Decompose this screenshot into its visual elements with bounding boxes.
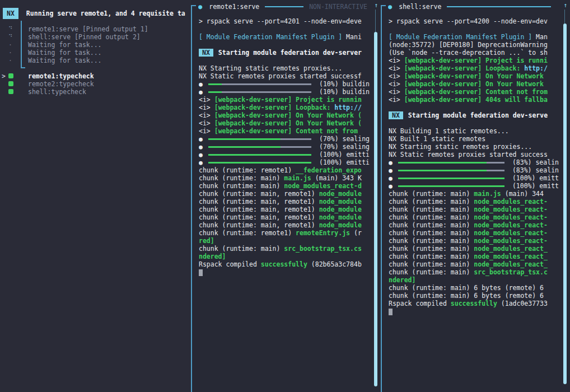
text-segment: <i> <box>199 127 214 135</box>
terminal-line: chunk (runtime: main) node_modules_react… <box>389 198 559 206</box>
text-segment: chunk (runtime: main, remote1) <box>199 213 319 221</box>
text-segment: NX Static remotes proxies started succes… <box>389 151 548 158</box>
terminal-line: chunk (runtime: main) main.js (main) 344 <box>389 190 559 198</box>
scrollbar-track[interactable] <box>375 10 376 33</box>
text-segment: src_bootstrap_tsx.cs <box>284 245 361 253</box>
text-segment: successfully <box>451 300 497 307</box>
running-status-dot: ● <box>198 3 202 11</box>
progress-bullet-icon: ● <box>199 135 203 143</box>
progress-line: ● (83%) sealin <box>389 166 559 174</box>
progress-label: (83%) sealin <box>508 158 559 166</box>
progress-track <box>398 178 504 179</box>
nx-badge: NX <box>199 49 213 57</box>
running-status-dot: ● <box>388 3 392 11</box>
scrollbar-thumb[interactable] <box>563 24 567 384</box>
task-row[interactable]: ·Waiting for task... <box>0 57 191 64</box>
terminal-line <box>389 25 559 33</box>
text-segment: chunk (runtime: main) <box>389 268 474 276</box>
text-segment: chunk (runtime: main) <box>389 198 474 206</box>
text-segment: [webpack-dev-server] On Your Network <box>404 72 544 80</box>
terminal-line: (node:35772) [DEP0180] DeprecationWarnin… <box>389 41 559 49</box>
text-segment: __federation_expo <box>296 166 362 174</box>
terminal-line: red] <box>199 237 370 245</box>
task-row[interactable]: >remote1:typecheck <box>0 72 191 80</box>
text-segment: <i> <box>199 119 214 127</box>
text-segment: [ Module Federation Manifest Plugin ] <box>389 33 532 41</box>
pane-corner <box>191 5 196 6</box>
terminal-line: chunk (runtime: main, remote1) node_modu… <box>199 198 370 206</box>
running-task-group: ⠙remote1:serve [Pinned output 1]⠙shell:s… <box>0 25 191 64</box>
pane-title: shell:serve <box>399 3 441 11</box>
text-segment: [ Module Federation Manifest Plugin ] <box>199 33 342 41</box>
terminal-line: chunk (runtime: main) src_bootstrap_tsx.… <box>199 245 370 253</box>
terminal-line: Rspack compiled successfully (82b65a3c78… <box>199 260 370 268</box>
completed-task-group: >remote1:typecheckremote2:typecheckshell… <box>0 72 191 96</box>
progress-line: ● (70%) sealing <box>199 143 370 151</box>
terminal-line <box>389 119 559 127</box>
text-segment: <i> <box>389 57 404 64</box>
text-segment: node_module <box>319 213 362 221</box>
text-segment: chunk (runtime: main) <box>199 174 284 182</box>
task-label: remote2:typecheck <box>28 80 94 88</box>
progress-label: (100%) emitt <box>508 182 559 190</box>
terminal-line: chunk (runtime: main, remote1) node_modu… <box>199 190 370 198</box>
progress-bullet-icon: ● <box>199 158 203 166</box>
terminal-line <box>199 268 370 276</box>
progress-track <box>208 138 311 140</box>
scroll-up-icon[interactable]: ↑ <box>563 2 567 10</box>
terminal-line: ndered] <box>389 276 559 284</box>
progress-line: ● (100%) emitti <box>199 151 370 158</box>
terminal-cursor <box>389 309 393 315</box>
text-segment: chunk (runtime: main) <box>389 213 474 221</box>
text-segment: Rspack compiled <box>199 260 261 268</box>
task-row[interactable]: remote2:typecheck <box>0 80 191 88</box>
text-segment: NX Building 1 static remotes... <box>389 127 509 135</box>
text-segment: ndered] <box>389 276 415 284</box>
waiting-dot-icon: · <box>8 49 12 57</box>
progress-label: (10%) buildin <box>315 88 370 96</box>
text-segment: NX Built 1 static remotes <box>389 135 485 143</box>
terminal-output: > rspack serve --port=4200 --node-env=de… <box>389 17 559 391</box>
pane-header[interactable]: ● shell:serve <box>388 2 557 11</box>
text-segment: [webpack-dev-server] Content not from <box>404 88 548 96</box>
text-segment: chunk (runtime: main, remote1) <box>199 221 319 229</box>
task-row[interactable]: ⠙shell:serve [Pinned output 2] <box>0 33 191 41</box>
text-segment: node_modules_react_ <box>474 260 548 268</box>
terminal-line: chunk (runtime: main) node_modules_react… <box>389 221 559 229</box>
text-segment: main.js <box>474 190 501 198</box>
waiting-dot-icon: · <box>8 57 12 64</box>
text-segment: node_modules_react- <box>474 198 548 206</box>
text-segment: node_module <box>319 198 362 206</box>
text-segment: chunk (runtime: main) <box>389 229 474 237</box>
terminal-line: (Use `node --trace-deprecation ...` to s… <box>389 49 559 57</box>
terminal-output: > rspack serve --port=4201 --node-env=de… <box>199 17 370 391</box>
waiting-dot-icon: · <box>8 41 12 49</box>
text-segment: chunk (runtime: main) <box>389 253 474 260</box>
task-row[interactable]: shell:typecheck <box>0 88 191 96</box>
pane-header[interactable]: ● remote1:serve NON-INTERACTIVE <box>198 2 367 11</box>
terminal-line: chunk (runtime: main) node_modules_react… <box>389 237 559 245</box>
text-segment: chunk (runtime: main) <box>199 245 284 253</box>
terminal-line: chunk (runtime: main) node_modules_react… <box>199 182 370 190</box>
progress-fill <box>208 138 281 140</box>
terminal-line: chunk (runtime: main) main.js (main) 343… <box>199 174 370 182</box>
progress-track <box>398 185 504 187</box>
task-row[interactable]: ·Waiting for task... <box>0 41 191 49</box>
task-row[interactable]: ·Waiting for task... <box>0 49 191 57</box>
terminal-line: chunk (runtime: remote1) remoteEntry.js … <box>199 229 370 237</box>
terminal-line: <i> [webpack-dev-server] On Your Network <box>389 80 559 88</box>
scrollbar-thumb[interactable] <box>374 32 377 386</box>
terminal-line: <i> [webpack-dev-server] 404s will fallb… <box>389 96 559 104</box>
text-segment: Starting module federation dev-serve <box>408 111 548 119</box>
text-segment: node_modules_react- <box>474 229 548 237</box>
terminal-pane-remote1-serve: ● remote1:serve NON-INTERACTIVE ↑ > rspa… <box>191 0 381 392</box>
task-row[interactable]: ⠙remote1:serve [Pinned output 1] <box>0 25 191 33</box>
terminal-line: [ Module Federation Manifest Plugin ] Ma… <box>389 33 559 41</box>
text-segment: <i> <box>199 111 214 119</box>
scroll-up-icon[interactable]: ↑ <box>374 2 378 10</box>
text-segment: > rspack serve --port=4201 --node-env=de… <box>199 17 362 25</box>
text-segment: chunk (runtime: remote1) <box>199 166 296 174</box>
terminal-line: <i> [webpack-dev-server] On Your Network… <box>199 119 370 127</box>
success-square-icon <box>8 89 13 94</box>
terminal-line: <i> [webpack-dev-server] Loopback: http:… <box>389 64 559 72</box>
